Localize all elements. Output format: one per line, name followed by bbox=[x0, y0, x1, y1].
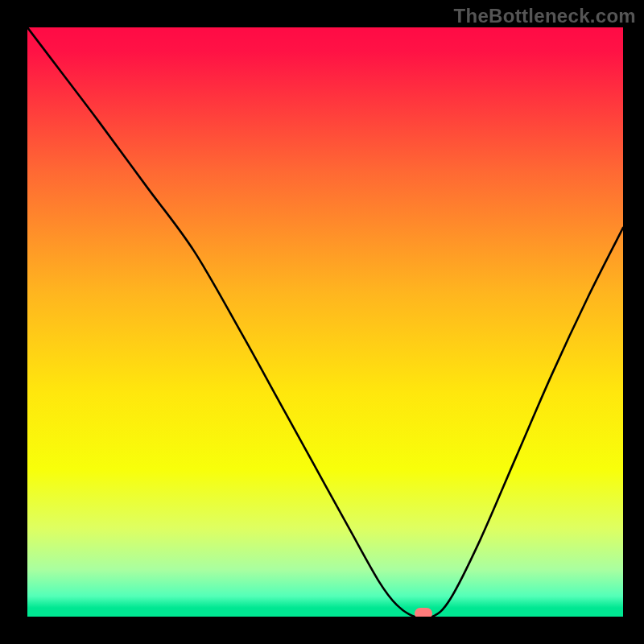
watermark-text: TheBottleneck.com bbox=[454, 5, 636, 27]
bottleneck-curve bbox=[27, 27, 623, 617]
optimal-point-marker bbox=[415, 608, 432, 617]
curve-layer bbox=[27, 27, 623, 617]
plot-area bbox=[27, 27, 623, 617]
chart-container: TheBottleneck.com bbox=[0, 0, 644, 644]
